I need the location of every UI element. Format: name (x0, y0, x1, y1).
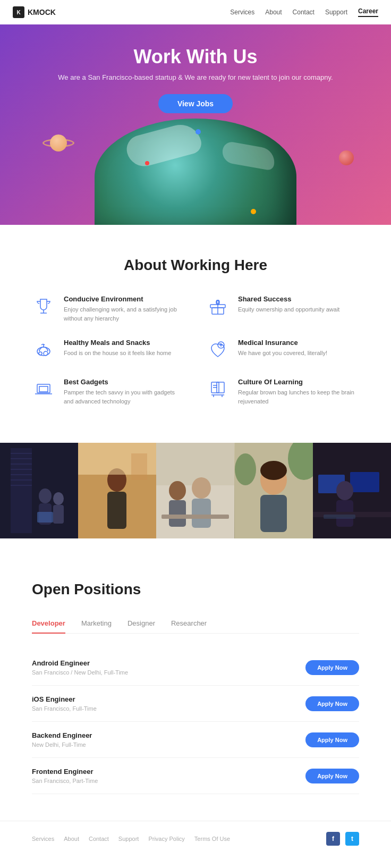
feature-conducive-desc: Enjoy challenging work, and a satisfying… (64, 305, 185, 323)
feature-gadgets-desc: Pamper the tech savvy in you with gadget… (64, 388, 185, 406)
nav-services[interactable]: Services (230, 9, 254, 16)
nav-support[interactable]: Support (325, 9, 347, 16)
svg-rect-31 (53, 505, 64, 524)
apply-ios-button[interactable]: Apply Now (305, 696, 359, 711)
office-photo-1-svg (0, 443, 78, 538)
footer-terms[interactable]: Terms Of Use (194, 836, 230, 842)
feature-medical-title: Medical Insurance (238, 339, 327, 347)
svg-rect-20 (11, 448, 32, 533)
svg-rect-32 (37, 512, 53, 523)
book-icon (206, 378, 230, 401)
nav-contact[interactable]: Contact (293, 9, 314, 16)
logo-icon: K (13, 6, 24, 18)
feature-best-gadgets: Best Gadgets Pamper the tech savvy in yo… (32, 378, 185, 406)
feature-conducive-text: Conducive Environment Enjoy challenging … (64, 295, 185, 323)
tab-marketing[interactable]: Marketing (81, 619, 112, 634)
office-photo-4 (235, 443, 313, 538)
heart-medical-icon (206, 339, 230, 362)
svg-rect-15 (217, 382, 224, 393)
footer-about[interactable]: About (64, 836, 79, 842)
svg-rect-36 (107, 492, 126, 529)
feature-learning-text: Culture Of Learning Regular brown bag lu… (238, 378, 359, 406)
navbar: K KMOCK Services About Contact Support C… (0, 0, 391, 24)
gift-icon (206, 295, 230, 318)
apply-backend-button[interactable]: Apply Now (305, 732, 359, 747)
office-photo-2-svg (78, 443, 156, 538)
job-frontend-info: Frontend Engineer San Francisco, Part-Ti… (32, 768, 98, 784)
job-frontend-engineer: Frontend Engineer San Francisco, Part-Ti… (32, 758, 359, 794)
svg-rect-13 (39, 386, 48, 392)
feature-medical-desc: We have got you covered, literally! (238, 349, 327, 358)
footer-links: Services About Contact Support Privacy P… (32, 836, 230, 842)
positions-section: Open Positions Developer Marketing Desig… (0, 554, 391, 821)
svg-point-28 (39, 488, 52, 503)
tab-researcher[interactable]: Researcher (171, 619, 207, 634)
apply-frontend-button[interactable]: Apply Now (305, 769, 359, 783)
job-backend-location: New Delhi, Full-Time (32, 741, 92, 748)
footer-contact[interactable]: Contact (89, 836, 109, 842)
job-frontend-title: Frontend Engineer (32, 768, 98, 776)
nav-career[interactable]: Career (358, 7, 378, 17)
svg-point-43 (192, 477, 211, 499)
facebook-icon[interactable]: f (326, 832, 340, 846)
svg-point-7 (39, 352, 42, 355)
trophy-icon (32, 295, 55, 318)
photo-strip (0, 443, 391, 538)
office-photo-3-svg (156, 443, 234, 538)
svg-point-51 (235, 453, 256, 485)
feature-healthy-meals: Healthy Meals and Snacks Food is on the … (32, 339, 185, 362)
hero-section: Work With Us We are a San Francisco-base… (0, 24, 391, 225)
svg-rect-38 (131, 453, 147, 480)
feature-gadgets-title: Best Gadgets (64, 378, 185, 386)
nav-links: Services About Contact Support Career (230, 7, 378, 17)
svg-rect-40 (156, 443, 234, 485)
positions-title: Open Positions (32, 581, 359, 598)
tab-designer[interactable]: Designer (128, 619, 155, 634)
view-jobs-button[interactable]: View Jobs (158, 94, 233, 113)
location-dot-blue (196, 129, 201, 134)
features-grid: Conducive Environment Enjoy challenging … (32, 295, 359, 406)
job-android-info: Android Engineer San Francisco / New Del… (32, 659, 128, 676)
job-ios-engineer: iOS Engineer San Francisco, Full-Time Ap… (32, 686, 359, 722)
svg-rect-45 (162, 515, 229, 519)
job-ios-info: iOS Engineer San Francisco, Full-Time (32, 695, 97, 712)
nav-about[interactable]: About (265, 9, 282, 16)
office-photo-5 (313, 443, 391, 538)
footer-services[interactable]: Services (32, 836, 54, 842)
feature-conducive-title: Conducive Environment (64, 295, 185, 303)
feature-meals-title: Healthy Meals and Snacks (64, 339, 171, 347)
hero-subtitle: We are a San Francisco-based startup & W… (58, 73, 333, 81)
job-backend-info: Backend Engineer New Delhi, Full-Time (32, 731, 92, 748)
feature-shared-success: Shared Success Equity ownership and oppo… (206, 295, 359, 323)
pink-planet (339, 150, 354, 165)
feature-culture-learning: Culture Of Learning Regular brown bag lu… (206, 378, 359, 406)
office-photo-4-svg (235, 443, 313, 538)
svg-point-48 (260, 461, 287, 480)
apply-android-button[interactable]: Apply Now (305, 660, 359, 675)
tab-developer[interactable]: Developer (32, 619, 65, 634)
feature-medical-text: Medical Insurance We have got you covere… (238, 339, 327, 358)
feature-meals-text: Healthy Meals and Snacks Food is on the … (64, 339, 171, 358)
job-android-title: Android Engineer (32, 659, 128, 667)
svg-rect-49 (260, 495, 287, 532)
svg-rect-58 (324, 515, 355, 519)
svg-point-41 (169, 481, 186, 500)
positions-tabs: Developer Marketing Designer Researcher (32, 619, 359, 634)
logo-text: KMOCK (28, 8, 56, 16)
svg-rect-54 (350, 472, 379, 492)
footer-support[interactable]: Support (118, 836, 139, 842)
about-section: About Working Here Conducive Environment… (0, 225, 391, 427)
feature-conducive-environment: Conducive Environment Enjoy challenging … (32, 295, 185, 323)
footer-privacy[interactable]: Privacy Policy (148, 836, 184, 842)
job-ios-location: San Francisco, Full-Time (32, 705, 97, 712)
office-photo-1 (0, 443, 78, 538)
meal-icon (32, 339, 55, 362)
job-android-location: San Francisco / New Delhi, Full-Time (32, 669, 128, 676)
about-title: About Working Here (32, 257, 359, 274)
job-android-engineer: Android Engineer San Francisco / New Del… (32, 650, 359, 686)
feature-medical-insurance: Medical Insurance We have got you covere… (206, 339, 359, 362)
twitter-icon[interactable]: t (345, 832, 359, 846)
job-backend-title: Backend Engineer (32, 731, 92, 739)
feature-gadgets-text: Best Gadgets Pamper the tech savvy in yo… (64, 378, 185, 406)
logo[interactable]: K KMOCK (13, 6, 56, 18)
